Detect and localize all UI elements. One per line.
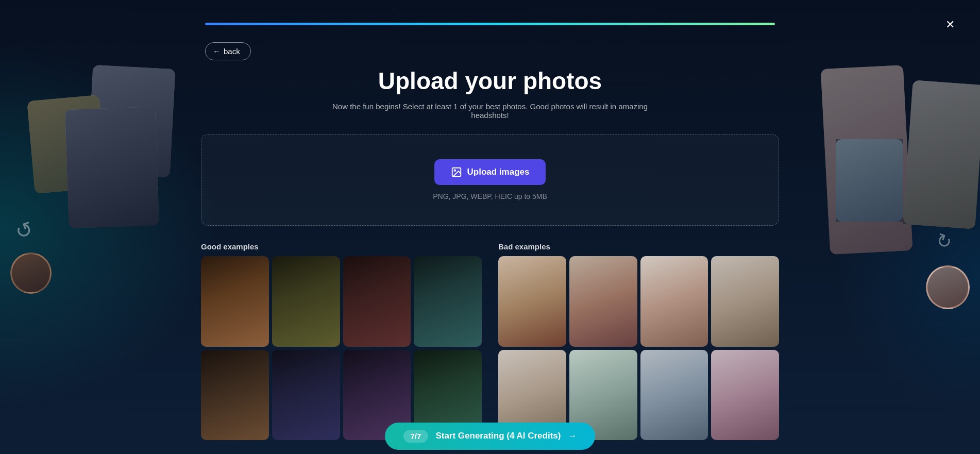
generate-progress-badge: 7/7 xyxy=(403,430,429,443)
upload-images-button[interactable]: Upload images xyxy=(434,159,546,185)
deco-circle-left xyxy=(10,253,52,294)
generate-arrow-icon: → xyxy=(568,431,577,441)
deco-photos-left: ↺ xyxy=(0,67,191,325)
deco-arrow-right: ↺ xyxy=(933,229,955,255)
close-button[interactable]: ✕ xyxy=(941,15,959,34)
good-example-3 xyxy=(343,256,411,347)
good-examples-label: Good examples xyxy=(201,242,482,251)
bad-example-4 xyxy=(711,256,779,347)
bad-example-1 xyxy=(498,256,566,347)
upload-hint: PNG, JPG, WEBP, HEIC up to 5MB xyxy=(433,192,547,200)
deco-photo-left-2 xyxy=(88,65,176,177)
deco-circle-right xyxy=(926,265,970,309)
upload-button-label: Upload images xyxy=(467,167,530,177)
page-subtitle: Now the fun begins! Select at least 1 of… xyxy=(325,102,655,120)
upload-dropzone[interactable]: Upload images PNG, JPG, WEBP, HEIC up to… xyxy=(201,134,779,226)
bad-example-3 xyxy=(640,256,708,347)
deco-photo-left-3 xyxy=(65,107,159,228)
deco-photo-right-2 xyxy=(903,80,980,229)
bad-examples-label: Bad examples xyxy=(498,242,779,251)
deco-photo-right-1 xyxy=(821,65,913,255)
bad-example-2 xyxy=(569,256,637,347)
page-title: Upload your photos xyxy=(378,67,602,95)
deco-photo-right-3 xyxy=(836,139,903,222)
bad-examples-grid xyxy=(498,256,779,440)
deco-photos-right: ↺ xyxy=(764,67,980,335)
deco-arrow-left: ↺ xyxy=(12,216,37,245)
examples-row: Good examples Bad examples xyxy=(201,242,779,440)
generate-button-label: Start Generating (4 AI Credits) xyxy=(435,431,561,441)
upload-icon xyxy=(451,166,462,178)
generate-button[interactable]: 7/7 Start Generating (4 AI Credits) → xyxy=(385,423,596,450)
good-example-2 xyxy=(272,256,340,347)
good-example-4 xyxy=(414,256,482,347)
bad-examples-col: Bad examples xyxy=(498,242,779,440)
good-examples-grid xyxy=(201,256,482,440)
good-example-1 xyxy=(201,256,269,347)
deco-photo-left-1 xyxy=(27,95,107,194)
bottom-action-bar: 7/7 Start Generating (4 AI Credits) → xyxy=(0,418,980,454)
good-examples-col: Good examples xyxy=(201,242,482,440)
main-content: Upload your photos Now the fun begins! S… xyxy=(201,0,779,454)
svg-point-1 xyxy=(454,170,455,171)
